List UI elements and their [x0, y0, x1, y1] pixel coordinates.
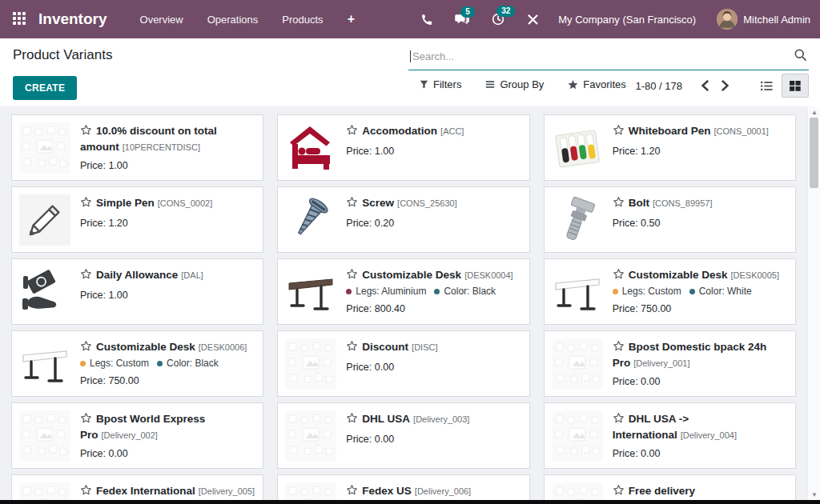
- favorite-star-icon[interactable]: [613, 340, 625, 355]
- product-card[interactable]: Free delivery charges[Delivery_007]: [544, 474, 796, 500]
- company-switcher[interactable]: My Company (San Francisco): [558, 14, 696, 26]
- favorite-star-icon[interactable]: [80, 124, 92, 139]
- menu-plus-button[interactable]: +: [348, 12, 355, 26]
- favorites-dropdown[interactable]: Favorites: [568, 78, 625, 90]
- product-card[interactable]: Bolt[CONS_89957] Price: 0.50: [544, 186, 796, 253]
- desk-dark-photo: [285, 266, 336, 318]
- favorite-star-icon[interactable]: [80, 340, 92, 355]
- product-card[interactable]: Accomodation[ACC] Price: 1.00: [277, 114, 529, 181]
- product-card[interactable]: Screw[CONS_25630] Price: 0.20: [277, 186, 529, 253]
- product-code: [CONS_0001]: [713, 126, 768, 136]
- favorite-star-icon[interactable]: [613, 196, 625, 211]
- search-input[interactable]: [412, 50, 794, 62]
- product-code: [Delivery_005]: [199, 486, 255, 496]
- product-code: [ACC]: [440, 126, 464, 136]
- menu-operations[interactable]: Operations: [207, 14, 259, 26]
- variant-label: Legs: Custom: [622, 286, 681, 297]
- product-code: [Delivery_003]: [413, 414, 469, 424]
- product-variants: Legs: CustomColor: Black: [80, 358, 255, 369]
- favorite-star-icon[interactable]: [613, 412, 625, 427]
- product-variants: Legs: AluminiumColor: Black: [346, 286, 521, 297]
- search-box[interactable]: [408, 45, 809, 70]
- bed-icon: [285, 122, 336, 174]
- product-price: Price: 1.00: [346, 146, 521, 157]
- product-card[interactable]: 10.0% discount on total amount[10PERCENT…: [11, 114, 263, 181]
- product-card[interactable]: Bpost Domestic bpack 24h Pro[Delivery_00…: [544, 330, 796, 397]
- menu-overview[interactable]: Overview: [140, 14, 183, 26]
- product-card[interactable]: DHL USA -> International[Delivery_004] P…: [544, 402, 796, 469]
- product-code: [DESK0006]: [199, 342, 247, 352]
- product-card[interactable]: Fedex International[Delivery_005]: [11, 474, 263, 500]
- product-card[interactable]: Discount[DISC] Price: 0.00: [277, 330, 529, 397]
- activities-badge: 32: [496, 6, 515, 17]
- pager-next-button[interactable]: [715, 75, 735, 96]
- create-button[interactable]: CREATE: [13, 76, 77, 100]
- phone-icon[interactable]: [413, 8, 441, 31]
- product-price: Price: 0.00: [80, 448, 255, 459]
- product-name: Customizable Desk: [96, 341, 195, 353]
- chat-bubbles-icon[interactable]: 5: [448, 8, 477, 31]
- product-code: [Delivery_006]: [415, 486, 471, 496]
- favorite-star-icon[interactable]: [346, 196, 358, 211]
- pager-previous-button[interactable]: [695, 75, 715, 96]
- product-price: Price: 0.20: [346, 218, 521, 229]
- product-card[interactable]: Bpost World Express Pro[Delivery_002] Pr…: [11, 402, 263, 469]
- funnel-icon: [420, 80, 428, 89]
- favorite-star-icon[interactable]: [613, 268, 625, 283]
- activity-clock-icon[interactable]: 32: [484, 7, 512, 31]
- list-view-icon[interactable]: [753, 74, 780, 98]
- favorite-star-icon[interactable]: [80, 196, 92, 211]
- favorite-star-icon[interactable]: [346, 268, 358, 283]
- variant-dot: [689, 289, 695, 294]
- star-icon: [568, 80, 578, 90]
- user-menu[interactable]: Mitchell Admin: [717, 9, 810, 30]
- scrollbar-thumb[interactable]: [810, 118, 818, 188]
- favorite-star-icon[interactable]: [80, 412, 92, 427]
- wrench-screwdriver-icon[interactable]: [519, 8, 547, 31]
- systray: 5 32: [413, 7, 547, 31]
- product-price: Price: 0.00: [613, 376, 788, 387]
- product-name: Customizable Desk: [362, 269, 461, 281]
- favorite-star-icon[interactable]: [346, 340, 358, 355]
- kanban-view-icon[interactable]: [782, 74, 809, 98]
- vertical-scrollbar[interactable]: ▲ ▼: [807, 106, 820, 500]
- favorite-star-icon[interactable]: [346, 484, 358, 499]
- favorite-star-icon[interactable]: [346, 412, 358, 427]
- empty-image-placeholder: [552, 338, 603, 390]
- kanban-view: 10.0% discount on total amount[10PERCENT…: [0, 106, 820, 500]
- bars-icon: [485, 80, 495, 89]
- scroll-up-arrow[interactable]: ▲: [808, 106, 820, 118]
- product-card[interactable]: Simple Pen[CONS_0002] Price: 1.20: [11, 186, 263, 253]
- page-title: Product Variants: [13, 47, 112, 63]
- product-price: Price: 750.00: [80, 375, 255, 386]
- favorite-star-icon[interactable]: [346, 124, 358, 139]
- favorite-star-icon[interactable]: [80, 268, 92, 283]
- product-card[interactable]: Customizable Desk[DESK0006] Legs: Custom…: [11, 330, 263, 397]
- product-card[interactable]: DHL USA[Delivery_003] Price: 0.00: [277, 402, 529, 469]
- product-card[interactable]: Customizable Desk[DESK0004] Legs: Alumin…: [277, 258, 529, 325]
- product-card[interactable]: Fedex US[Delivery_006]: [277, 474, 529, 500]
- product-price: Price: 0.00: [613, 448, 788, 459]
- product-price: Price: 1.20: [613, 146, 788, 157]
- product-card[interactable]: Whiteboard Pen[CONS_0001] Price: 1.20: [544, 114, 796, 181]
- group-by-dropdown[interactable]: Group By: [485, 78, 544, 90]
- product-card[interactable]: Customizable Desk[DESK0005] Legs: Custom…: [544, 258, 796, 325]
- apps-menu-icon[interactable]: [13, 12, 27, 26]
- product-name: Bolt: [629, 197, 649, 209]
- favorite-star-icon[interactable]: [613, 124, 625, 139]
- product-card[interactable]: Daily Allowance[DAL] Price: 1.00: [11, 258, 263, 325]
- product-name: Whiteboard Pen: [629, 125, 711, 137]
- product-code: [DESK0005]: [730, 270, 779, 280]
- favorite-star-icon[interactable]: [80, 484, 92, 499]
- product-price: Price: 1.00: [80, 160, 255, 171]
- product-price: Price: 0.50: [613, 218, 788, 229]
- variant-dot: [346, 289, 352, 294]
- scroll-down-arrow[interactable]: ▼: [808, 489, 820, 500]
- filters-dropdown[interactable]: Filters: [420, 78, 461, 90]
- menu-products[interactable]: Products: [282, 14, 323, 26]
- kanban-grid: 10.0% discount on total amount[10PERCENT…: [11, 114, 796, 500]
- app-name[interactable]: Inventory: [38, 10, 107, 28]
- favorite-star-icon[interactable]: [613, 484, 625, 499]
- search-icon[interactable]: [794, 48, 807, 65]
- product-name: DHL USA: [362, 413, 410, 425]
